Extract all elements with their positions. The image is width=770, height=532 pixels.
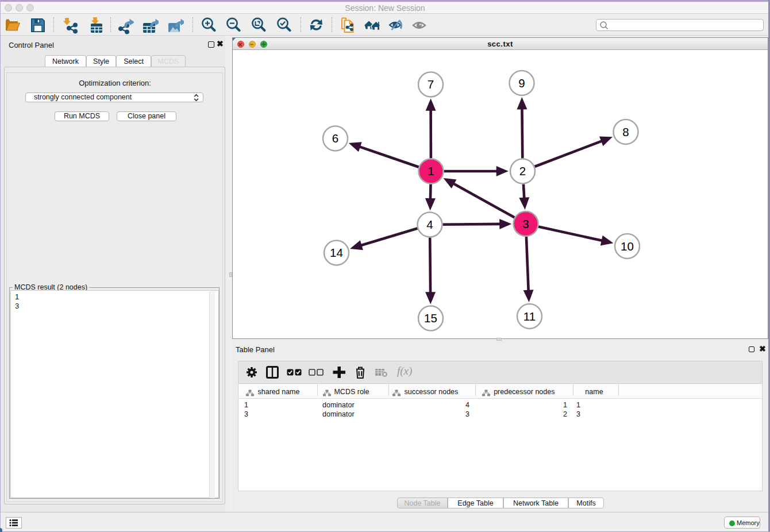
svg-text:3: 3: [522, 217, 529, 230]
svg-text:15: 15: [424, 311, 437, 325]
svg-text:8: 8: [622, 125, 629, 138]
svg-text:9: 9: [518, 76, 525, 90]
svg-text:7: 7: [428, 78, 434, 91]
svg-text:2: 2: [519, 164, 526, 178]
svg-text:11: 11: [523, 310, 536, 323]
svg-text:4: 4: [426, 218, 433, 231]
svg-text:6: 6: [332, 132, 338, 145]
svg-text:14: 14: [330, 246, 343, 259]
svg-text:1: 1: [428, 164, 434, 178]
svg-text:10: 10: [621, 240, 634, 253]
